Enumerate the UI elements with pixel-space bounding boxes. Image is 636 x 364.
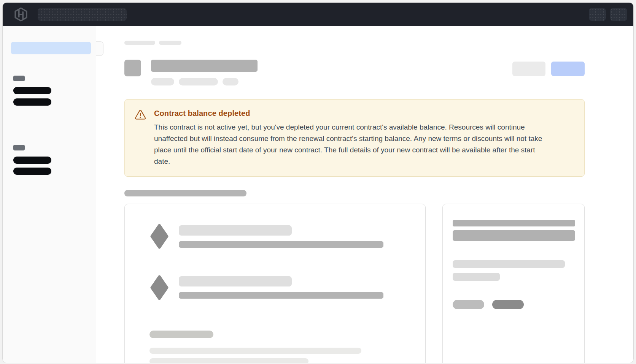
status-badge-placeholder [151,78,174,85]
summary-tag-placeholder[interactable] [453,300,484,309]
nav-help-button[interactable] [589,8,606,21]
sidebar-section-label [13,145,25,150]
diamond-icon [150,224,169,250]
primary-action-button[interactable] [551,62,585,76]
item-title-placeholder [179,225,292,236]
secondary-action-button[interactable] [512,62,545,76]
sidebar-section-label [13,76,25,81]
sidebar-item-selected[interactable] [11,42,91,54]
cards-row [124,204,585,363]
warning-triangle-icon [135,109,146,167]
body-row: Contract balance depleted This contract … [3,26,633,363]
top-navbar [3,3,633,26]
page-header [124,60,585,85]
items-list-card [124,204,426,363]
page-title-placeholder [151,60,258,72]
summary-heading-placeholder [453,230,575,241]
alert-content: Contract balance depleted This contract … [154,109,550,167]
page-title-column [151,60,258,85]
nav-user-menu-button[interactable] [610,8,627,21]
summary-card [442,204,585,363]
item-subtitle-placeholder [179,292,383,299]
card-footer-line-placeholder [149,348,361,354]
status-badge-placeholder [223,78,238,85]
header-actions [512,62,585,76]
breadcrumb [124,41,585,45]
status-badge-placeholder [179,78,218,85]
sidebar-item[interactable] [13,168,51,175]
app-window: Contract balance depleted This contract … [2,2,634,363]
sidebar-item[interactable] [13,157,51,164]
alert-title: Contract balance depleted [154,109,550,118]
summary-tag-placeholder[interactable] [492,300,524,309]
hashicorp-logo-icon [13,6,29,22]
page-icon-placeholder [124,60,141,76]
summary-line-placeholder [453,260,565,268]
summary-heading-placeholder [453,220,575,226]
breadcrumb-segment[interactable] [124,41,155,45]
summary-line-placeholder [453,273,500,281]
section-heading-placeholder [124,190,246,196]
item-subtitle-placeholder [179,241,383,248]
badge-row [151,78,258,85]
sidebar-item[interactable] [13,98,51,106]
main-content: Contract balance depleted This contract … [96,26,633,363]
sidebar-collapse-handle[interactable] [96,41,103,56]
sidebar [3,26,96,363]
diamond-icon [150,275,169,302]
item-title-placeholder [179,276,292,286]
nav-search-placeholder[interactable] [38,8,127,21]
breadcrumb-segment[interactable] [159,41,181,45]
alert-body: This contract is not active yet, but you… [154,122,550,167]
card-footer-line-placeholder [149,358,308,363]
page-header-left [124,60,258,85]
warning-alert: Contract balance depleted This contract … [124,99,585,177]
sidebar-item[interactable] [13,87,51,94]
card-footer-label-placeholder [149,331,213,338]
